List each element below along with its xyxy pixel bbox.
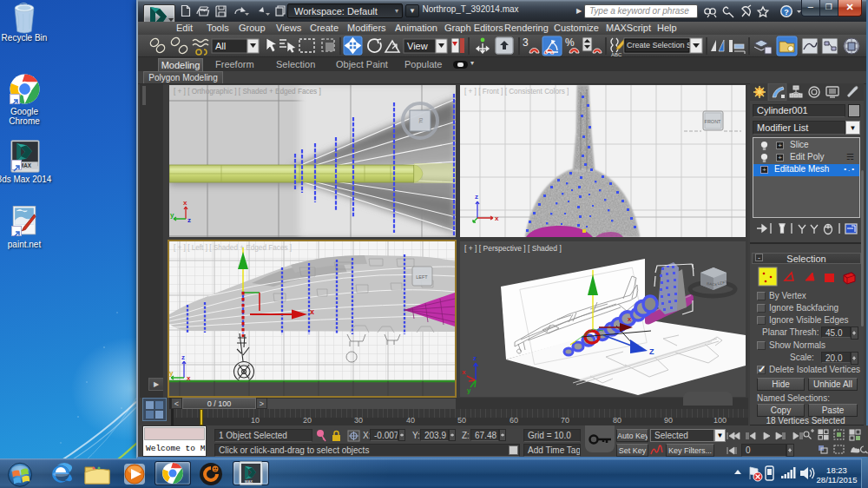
svg-text:z: z — [187, 216, 191, 224]
svg-text:[ + ] [ Left ] [ Shaded + Edge: [ + ] [ Left ] [ Shaded + Edged Faces ] — [174, 244, 292, 252]
svg-text:All: All — [215, 41, 226, 51]
svg-text:View: View — [407, 41, 428, 51]
svg-text:70: 70 — [418, 117, 424, 123]
svg-text:x: x — [187, 374, 191, 382]
svg-text:LEFT: LEFT — [416, 274, 428, 280]
svg-text:z: z — [473, 354, 477, 362]
svg-text:%: % — [565, 36, 575, 49]
svg-text:x: x — [495, 214, 499, 222]
svg-text:z: z — [181, 353, 185, 361]
svg-text:[ + ] [ Perspective ] [ Shaded: [ + ] [ Perspective ] [ Shaded ] — [464, 244, 562, 253]
svg-text:Z: Z — [649, 347, 654, 356]
svg-text:MAX: MAX — [245, 479, 253, 484]
svg-text:[ + ] [ Front ] [ Consistent C: [ + ] [ Front ] [ Consistent Colors ] — [464, 88, 569, 96]
svg-text:[ + ] [ Orthographic ] [ Shade: [ + ] [ Orthographic ] [ Shaded + Edged … — [174, 88, 321, 96]
svg-text:x: x — [462, 368, 466, 376]
svg-text:z: z — [475, 193, 478, 201]
svg-text:x: x — [183, 199, 187, 207]
svg-text:Create Selection Se: Create Selection Se — [627, 41, 696, 49]
svg-text:FRONT: FRONT — [705, 119, 722, 124]
svg-text:?: ? — [784, 8, 789, 16]
svg-text:y: y — [169, 369, 174, 377]
svg-text:y: y — [467, 386, 471, 394]
svg-text:y: y — [170, 211, 174, 219]
svg-text:x: x — [310, 307, 314, 316]
svg-text:x: x — [628, 315, 632, 323]
svg-text:3: 3 — [523, 36, 529, 49]
